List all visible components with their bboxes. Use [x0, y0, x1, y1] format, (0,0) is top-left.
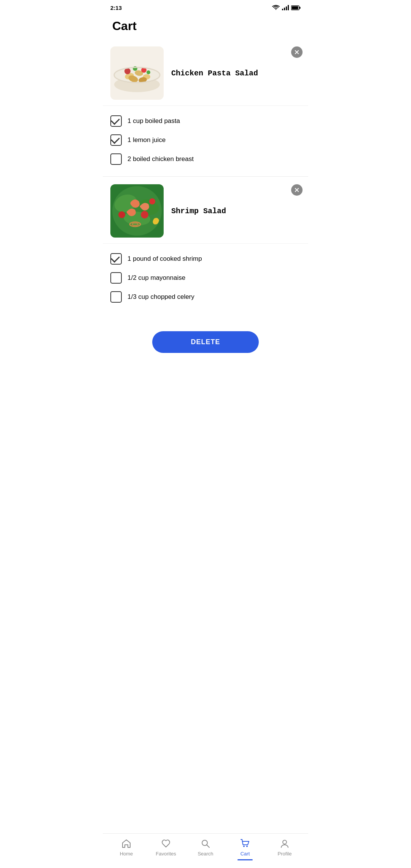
- svg-point-16: [147, 70, 150, 74]
- remove-shrimp-button[interactable]: [291, 184, 303, 196]
- ingredient-text: 1/3 cup chopped celery: [127, 293, 194, 301]
- page-title: Cart: [103, 15, 308, 41]
- recipe-header-shrimp: Shrimp Salad: [103, 179, 308, 244]
- svg-rect-0: [282, 9, 283, 10]
- ingredient-item: 1 lemon juice: [110, 131, 301, 150]
- ingredient-item: 1 pound of cooked shrimp: [110, 249, 301, 268]
- status-bar: 2:13: [103, 0, 308, 15]
- recipe-card-chicken-pasta: Chicken Pasta Salad 1 cup boiled pasta 1…: [103, 41, 308, 174]
- svg-point-26: [118, 211, 125, 218]
- search-icon: [200, 838, 211, 849]
- divider: [103, 176, 308, 177]
- svg-point-13: [124, 68, 131, 74]
- ingredient-checkbox-pasta-2[interactable]: [110, 134, 122, 146]
- battery-icon: [291, 5, 301, 10]
- profile-icon: [279, 838, 290, 849]
- status-time: 2:13: [110, 5, 122, 11]
- svg-point-27: [149, 198, 155, 204]
- ingredient-text: 2 boiled chicken breast: [127, 155, 194, 163]
- ingredient-item: 1/3 cup chopped celery: [110, 287, 301, 306]
- svg-rect-3: [288, 5, 289, 10]
- ingredient-text: 1 cup boiled pasta: [127, 117, 180, 125]
- ingredient-item: 1 cup boiled pasta: [110, 112, 301, 131]
- recipe-header-chicken-pasta: Chicken Pasta Salad: [103, 41, 308, 106]
- delete-button[interactable]: DELETE: [152, 331, 259, 353]
- status-icons: [272, 5, 301, 10]
- ingredient-text: 1 pound of cooked shrimp: [127, 255, 202, 263]
- svg-point-25: [141, 211, 148, 219]
- remove-chicken-pasta-button[interactable]: [291, 46, 303, 58]
- home-icon: [121, 838, 132, 849]
- ingredient-checkbox-shrimp-3[interactable]: [110, 291, 122, 303]
- ingredient-checkbox-shrimp-1[interactable]: [110, 253, 122, 265]
- recipe-title-chicken-pasta: Chicken Pasta Salad: [171, 69, 258, 78]
- nav-item-home[interactable]: Home: [107, 838, 146, 857]
- nav-item-cart[interactable]: Cart: [225, 838, 265, 860]
- svg-point-32: [244, 846, 245, 847]
- wifi-icon: [272, 5, 280, 10]
- svg-rect-6: [292, 6, 298, 9]
- signal-icon: [282, 5, 289, 10]
- recipe-card-shrimp: Shrimp Salad 1 pound of cooked shrimp 1/…: [103, 179, 308, 312]
- delete-btn-container: DELETE: [103, 320, 308, 364]
- recipe-image-shrimp: [110, 184, 164, 238]
- ingredient-checkbox-shrimp-2[interactable]: [110, 272, 122, 284]
- nav-item-profile[interactable]: Profile: [265, 838, 304, 857]
- svg-point-34: [283, 840, 287, 844]
- svg-rect-5: [299, 7, 301, 9]
- svg-rect-2: [286, 6, 287, 10]
- nav-item-search[interactable]: Search: [186, 838, 225, 857]
- ingredient-text: 1/2 cup mayonnaise: [127, 274, 185, 282]
- svg-point-33: [247, 846, 248, 847]
- nav-label-favorites: Favorites: [156, 851, 176, 857]
- ingredient-checkbox-pasta-3[interactable]: [110, 153, 122, 165]
- favorites-icon: [161, 838, 171, 849]
- cart-icon: [240, 838, 250, 849]
- nav-label-profile: Profile: [278, 851, 292, 857]
- svg-rect-1: [284, 8, 285, 10]
- recipe-title-shrimp: Shrimp Salad: [171, 207, 226, 215]
- nav-label-home: Home: [120, 851, 133, 857]
- ingredient-item: 1/2 cup mayonnaise: [110, 268, 301, 287]
- recipe-image-chicken-pasta: [110, 46, 164, 100]
- nav-label-search: Search: [198, 851, 213, 857]
- ingredient-list-chicken-pasta: 1 cup boiled pasta 1 lemon juice 2 boile…: [103, 106, 308, 174]
- ingredient-text: 1 lemon juice: [127, 136, 166, 144]
- ingredient-checkbox-pasta-1[interactable]: [110, 115, 122, 127]
- nav-item-favorites[interactable]: Favorites: [146, 838, 186, 857]
- bottom-nav: Home Favorites Search Cart: [103, 833, 308, 868]
- page-content: Cart: [103, 15, 308, 402]
- nav-label-cart: Cart: [241, 851, 250, 857]
- svg-line-31: [207, 845, 209, 847]
- ingredient-list-shrimp: 1 pound of cooked shrimp 1/2 cup mayonna…: [103, 244, 308, 312]
- ingredient-item: 2 boiled chicken breast: [110, 150, 301, 169]
- nav-active-indicator: [237, 859, 253, 860]
